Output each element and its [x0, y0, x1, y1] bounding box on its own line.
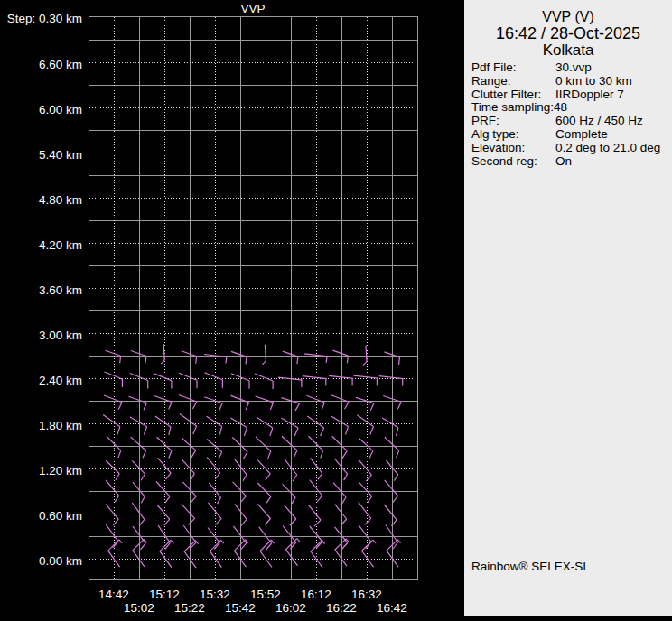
svg-text:Alg type:: Alg type:: [471, 127, 519, 141]
svg-text:16:42: 16:42: [377, 601, 407, 615]
svg-text:Kolkata: Kolkata: [543, 42, 594, 59]
svg-text:16:42 / 28-Oct-2025: 16:42 / 28-Oct-2025: [496, 24, 640, 42]
svg-text:0.60 km: 0.60 km: [39, 509, 82, 523]
svg-text:IIRDoppler 7: IIRDoppler 7: [555, 88, 624, 101]
svg-text:16:22: 16:22: [326, 601, 357, 615]
svg-text:Step: 0.30 km: Step: 0.30 km: [7, 12, 82, 25]
svg-text:15:22: 15:22: [174, 601, 205, 615]
svg-text:VVP: VVP: [240, 2, 265, 15]
svg-text:1.80 km: 1.80 km: [39, 419, 82, 432]
svg-text:15:02: 15:02: [124, 601, 154, 615]
svg-text:4.20 km: 4.20 km: [39, 238, 82, 252]
svg-text:14:42: 14:42: [98, 588, 129, 601]
svg-text:Elevation:: Elevation:: [471, 141, 525, 154]
svg-text:6.60 km: 6.60 km: [39, 58, 82, 71]
svg-text:0.2 deg to 21.0 deg: 0.2 deg to 21.0 deg: [555, 141, 660, 154]
svg-text:16:32: 16:32: [351, 588, 382, 601]
svg-text:3.00 km: 3.00 km: [39, 329, 82, 342]
svg-text:15:42: 15:42: [225, 601, 256, 615]
svg-text:2.40 km: 2.40 km: [39, 374, 82, 387]
svg-text:16:02: 16:02: [275, 601, 306, 615]
svg-text:PRF:: PRF:: [471, 114, 499, 127]
svg-text:VVP (V): VVP (V): [542, 9, 594, 24]
svg-text:Rainbow® SELEX-SI: Rainbow® SELEX-SI: [471, 560, 586, 573]
svg-text:16:12: 16:12: [301, 588, 331, 601]
svg-text:Clutter Filter:: Clutter Filter:: [471, 88, 541, 101]
svg-text:15:52: 15:52: [250, 588, 281, 601]
svg-text:0.00 km: 0.00 km: [39, 554, 82, 568]
svg-text:600 Hz / 450 Hz: 600 Hz / 450 Hz: [555, 114, 643, 127]
svg-text:15:32: 15:32: [200, 588, 230, 601]
svg-text:15:12: 15:12: [149, 588, 180, 601]
svg-text:Complete: Complete: [555, 127, 608, 141]
svg-text:4.80 km: 4.80 km: [39, 193, 82, 207]
svg-text:3.60 km: 3.60 km: [39, 283, 82, 297]
svg-text:0 km to 30 km: 0 km to 30 km: [555, 74, 632, 88]
svg-text:1.20 km: 1.20 km: [39, 464, 82, 477]
svg-text:30.vvp: 30.vvp: [555, 60, 592, 74]
svg-text:5.40 km: 5.40 km: [39, 148, 82, 162]
svg-text:Range:: Range:: [471, 74, 511, 88]
svg-text:Second reg:: Second reg:: [471, 154, 537, 168]
svg-text:Pdf File:: Pdf File:: [471, 60, 517, 74]
svg-text:On: On: [555, 154, 572, 168]
svg-text:6.00 km: 6.00 km: [39, 103, 82, 116]
svg-text:Time sampling:48: Time sampling:48: [471, 100, 567, 114]
